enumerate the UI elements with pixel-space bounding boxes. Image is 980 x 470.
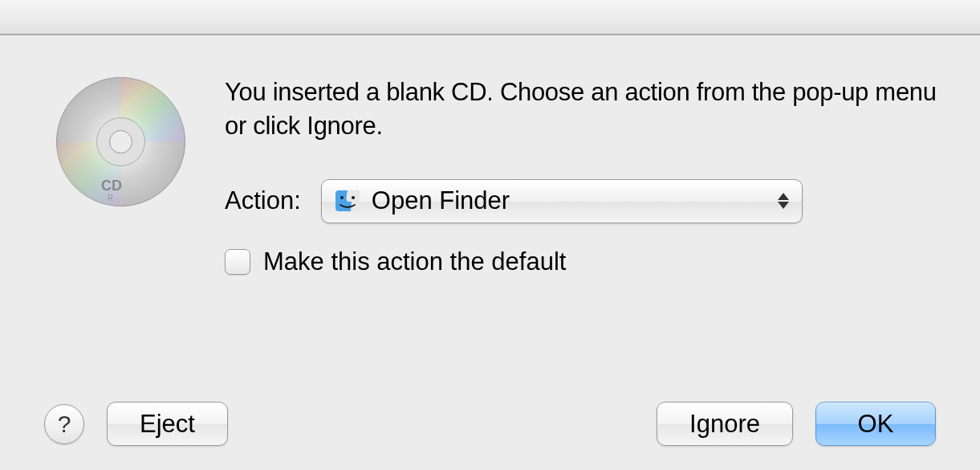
message-column: You inserted a blank CD. Choose an actio… (225, 67, 940, 276)
svg-point-2 (109, 131, 132, 153)
disc-label-text: CD (101, 178, 122, 194)
action-popup[interactable]: Open Finder (321, 179, 803, 223)
dialog-panel: CD R You inserted a blank CD. Choose an … (0, 35, 980, 470)
content-row: CD R You inserted a blank CD. Choose an … (48, 67, 940, 276)
checkbox-row: Make this action the default (225, 247, 940, 276)
action-popup-label: Open Finder (372, 186, 510, 215)
checkbox-label: Make this action the default (263, 247, 566, 276)
eject-button[interactable]: Eject (107, 402, 228, 446)
ignore-button[interactable]: Ignore (657, 402, 793, 446)
default-action-checkbox[interactable] (225, 249, 250, 275)
cd-disc-icon: CD R (55, 76, 187, 208)
updown-arrows-icon (778, 193, 789, 209)
ok-button[interactable]: OK (815, 402, 936, 446)
action-label: Action: (225, 186, 301, 215)
disc-icon-wrap: CD R (48, 67, 193, 208)
dialog-message: You inserted a blank CD. Choose an actio… (225, 76, 940, 143)
finder-icon (335, 188, 360, 214)
button-row: ? Eject Ignore OK (44, 402, 936, 446)
help-button[interactable]: ? (44, 404, 84, 444)
action-row: Action: Open Finder (225, 179, 940, 223)
svg-point-4 (340, 196, 344, 199)
titlebar (0, 0, 980, 35)
svg-point-5 (352, 196, 355, 199)
disc-sublabel-text: R (108, 194, 113, 202)
